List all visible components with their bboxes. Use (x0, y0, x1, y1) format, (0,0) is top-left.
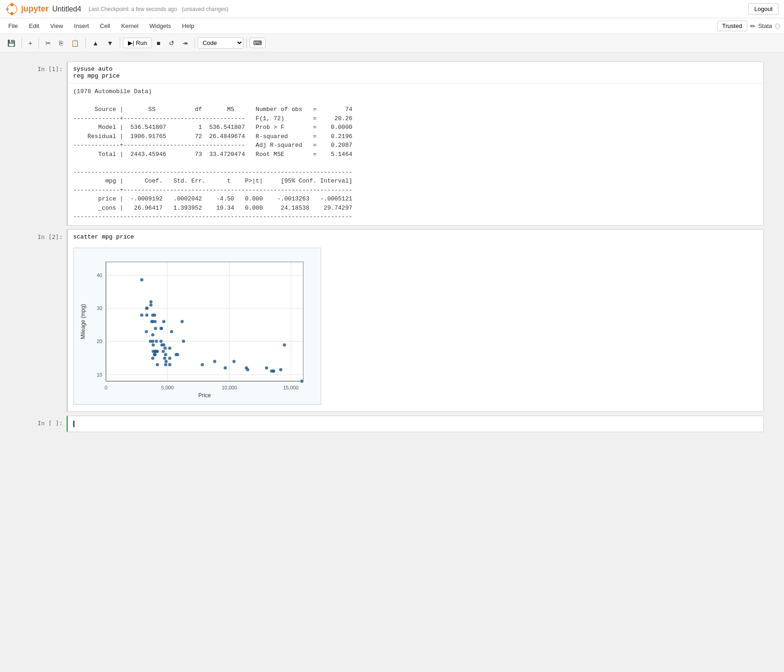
topbar-left: jupyter Untitled4 Last Checkpoint: a few… (6, 3, 228, 16)
kernel-status-icon (775, 23, 780, 29)
scatter-plot: 0 5,000 10,000 15,000 10 20 30 40 Pr (78, 253, 317, 400)
cell-2-input[interactable]: scatter mpg price (68, 230, 763, 244)
svg-point-67 (151, 350, 155, 353)
svg-point-77 (272, 369, 275, 372)
svg-point-69 (213, 360, 216, 363)
menu-edit[interactable]: Edit (24, 21, 44, 31)
svg-point-83 (151, 343, 155, 346)
svg-text:0: 0 (104, 385, 107, 390)
logout-button[interactable]: Logout (748, 3, 778, 15)
trusted-button[interactable]: Trusted (717, 21, 747, 31)
svg-point-56 (151, 356, 154, 360)
svg-point-42 (149, 300, 152, 303)
svg-text:40: 40 (96, 272, 102, 278)
cell-1-box[interactable]: sysuse auto reg mpg price (1978 Automobi… (67, 61, 764, 226)
svg-text:15,000: 15,000 (283, 385, 299, 390)
cell-3-input[interactable] (68, 417, 80, 431)
toolbar-sep-5 (195, 38, 195, 49)
svg-point-26 (163, 356, 166, 360)
checkpoint-info: Last Checkpoint: a few seconds ago (unsa… (89, 6, 228, 12)
svg-point-65 (182, 339, 185, 343)
paste-button[interactable]: 📋 (67, 38, 83, 49)
save-button[interactable]: 💾 (4, 38, 19, 49)
menubar-right: Trusted ✏ Stata (717, 21, 780, 31)
svg-point-84 (153, 353, 156, 356)
scatter-plot-container: 0 5,000 10,000 15,000 10 20 30 40 Pr (68, 244, 763, 411)
svg-point-68 (151, 313, 154, 317)
jupyter-text: jupyter (21, 4, 49, 14)
svg-text:10,000: 10,000 (222, 385, 237, 390)
svg-point-86 (164, 363, 167, 366)
svg-point-0 (11, 3, 14, 6)
move-up-button[interactable]: ▲ (89, 38, 102, 49)
copy-button[interactable]: ⎘ (56, 38, 67, 49)
menu-view[interactable]: View (45, 21, 67, 31)
svg-point-61 (180, 320, 183, 323)
cell-2-label: In [2]: (21, 229, 67, 240)
cell-1-body: sysuse auto reg mpg price (1978 Automobi… (67, 61, 764, 226)
svg-point-76 (246, 368, 249, 371)
restart-run-button[interactable]: ↠ (179, 38, 192, 49)
menu-widgets[interactable]: Widgets (145, 21, 176, 31)
cell-1-output: (1978 Automobile Data) Source | SS df MS… (68, 83, 763, 225)
notebook-title: Untitled4 (52, 5, 81, 13)
run-button[interactable]: ▶| Run (123, 38, 152, 48)
cell-1-label: In [1]: (21, 61, 67, 72)
cell-3-body (67, 416, 764, 432)
cell-3-box[interactable] (67, 416, 764, 432)
cell-3-label: In [ ]: (21, 416, 67, 427)
cursor (73, 421, 74, 427)
svg-point-46 (164, 360, 167, 363)
topbar-right: Logout (748, 3, 778, 15)
svg-text:20: 20 (96, 339, 102, 344)
notebook: In [1]: sysuse auto reg mpg price (1978 … (0, 52, 784, 672)
interrupt-button[interactable]: ■ (153, 38, 164, 49)
svg-point-47 (168, 356, 171, 360)
svg-point-25 (155, 339, 158, 343)
cell-2-body: scatter mpg price (67, 229, 764, 412)
svg-point-82 (145, 313, 148, 317)
svg-point-40 (160, 327, 163, 330)
cut-button[interactable]: ✂ (42, 38, 55, 49)
toolbar-sep-2 (39, 38, 39, 49)
move-down-button[interactable]: ▼ (103, 38, 117, 49)
cell-type-select[interactable]: Code Markdown Raw NBConvert (198, 37, 244, 49)
svg-point-2 (6, 8, 9, 11)
svg-point-59 (149, 339, 152, 343)
menu-file[interactable]: File (4, 21, 22, 31)
menu-insert[interactable]: Insert (69, 21, 94, 31)
menu-help[interactable]: Help (178, 21, 199, 31)
svg-point-71 (265, 366, 268, 369)
scatter-box: 0 5,000 10,000 15,000 10 20 30 40 Pr (73, 248, 321, 405)
svg-text:10: 10 (96, 372, 102, 378)
svg-text:5,000: 5,000 (161, 385, 174, 390)
menu-kernel[interactable]: Kernel (117, 21, 143, 31)
toolbar-sep-4 (120, 38, 120, 49)
menu-cell[interactable]: Cell (95, 21, 115, 31)
svg-point-72 (223, 366, 227, 369)
cell-container: In [1]: sysuse auto reg mpg price (1978 … (11, 61, 773, 432)
svg-point-81 (150, 320, 153, 323)
add-cell-button[interactable]: + (25, 38, 36, 49)
svg-point-1 (11, 12, 14, 15)
svg-point-80 (151, 333, 154, 336)
edit-icon[interactable]: ✏ (750, 22, 756, 30)
cell-1: In [1]: sysuse auto reg mpg price (1978 … (21, 61, 764, 226)
cell-1-input[interactable]: sysuse auto reg mpg price (68, 62, 763, 83)
svg-point-64 (160, 343, 163, 346)
menubar: File Edit View Insert Cell Kernel Widget… (0, 18, 784, 34)
topbar: jupyter Untitled4 Last Checkpoint: a few… (0, 0, 784, 18)
svg-point-28 (163, 346, 167, 350)
kernel-name: Stata (758, 22, 772, 29)
svg-point-49 (145, 330, 148, 333)
svg-text:Price: Price (198, 392, 211, 399)
restart-button[interactable]: ↺ (165, 38, 178, 49)
svg-point-36 (283, 343, 286, 346)
cell-2-box[interactable]: scatter mpg price (67, 229, 764, 412)
svg-point-70 (168, 363, 171, 366)
svg-point-58 (161, 350, 165, 353)
svg-point-78 (140, 278, 143, 281)
toolbar-sep-6 (246, 38, 247, 49)
cell-2: In [2]: scatter mpg price (21, 229, 764, 412)
keyboard-shortcuts-button[interactable]: ⌨ (250, 38, 266, 48)
